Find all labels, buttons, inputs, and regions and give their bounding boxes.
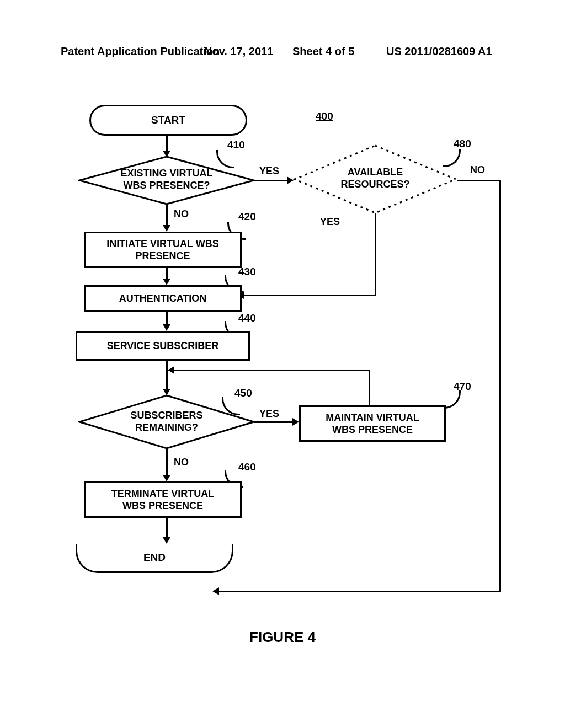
ref-480: 480: [454, 138, 471, 150]
process-420-label: INITIATE VIRTUAL WBS PRESENCE: [106, 238, 218, 263]
header-sheet: Sheet 4 of 5: [292, 45, 354, 58]
connector: [254, 180, 288, 181]
process-460-label: TERMINATE VIRTUAL WBS PRESENCE: [111, 488, 215, 512]
connector: [166, 448, 168, 476]
connector: [166, 310, 168, 325]
leader-curve: [443, 149, 461, 167]
flowchart: START 400 410 EXISTING VIRTUAL WBS PRESE…: [62, 99, 510, 651]
page: Patent Application Publication Nov. 17, …: [0, 0, 565, 728]
process-420: INITIATE VIRTUAL WBS PRESENCE: [84, 232, 242, 268]
terminator-start-label: START: [151, 114, 185, 126]
arrowhead-left-icon: [168, 366, 174, 374]
arrowhead-right-icon: [292, 418, 299, 426]
decision-450-label: SUBSCRIBERS REMAINING?: [117, 410, 216, 433]
terminator-end: END: [76, 544, 233, 573]
branch-yes: YES: [259, 408, 279, 420]
connector: [166, 359, 168, 390]
branch-no: NO: [470, 164, 485, 176]
figure-caption: FIGURE 4: [0, 629, 565, 646]
connector: [254, 421, 294, 423]
connector: [166, 516, 168, 538]
process-440-label: SERVICE SUBSCRIBER: [107, 340, 219, 352]
connector: [457, 180, 501, 181]
connector: [166, 204, 168, 226]
arrowhead-down-icon: [163, 225, 170, 232]
ref-420: 420: [238, 211, 256, 223]
process-430: AUTHENTICATION: [84, 285, 242, 312]
decision-410: EXISTING VIRTUAL WBS PRESENCE?: [78, 156, 255, 205]
arrowhead-down-icon: [163, 537, 170, 544]
header-left: Patent Application Publication: [61, 45, 220, 58]
branch-yes: YES: [320, 216, 340, 228]
branch-no: NO: [174, 208, 189, 220]
terminator-start: START: [89, 105, 247, 136]
decision-410-label: EXISTING VIRTUAL WBS PRESENCE?: [111, 168, 222, 191]
process-460: TERMINATE VIRTUAL WBS PRESENCE: [84, 481, 242, 518]
connector: [166, 266, 168, 280]
process-470: MAINTAIN VIRTUAL WBS PRESENCE: [299, 405, 446, 442]
terminator-end-label: END: [143, 552, 166, 564]
ref-400: 400: [316, 110, 333, 122]
connector: [499, 180, 501, 592]
arrowhead-left-icon: [212, 587, 219, 595]
process-470-label: MAINTAIN VIRTUAL WBS PRESENCE: [326, 411, 419, 436]
process-440: SERVICE SUBSCRIBER: [76, 331, 250, 361]
arrowhead-down-icon: [163, 475, 170, 481]
decision-450: SUBSCRIBERS REMAINING?: [78, 394, 255, 449]
ref-410: 410: [227, 139, 245, 151]
connector: [369, 370, 370, 405]
connector: [168, 370, 370, 371]
arrowhead-down-icon: [163, 279, 170, 285]
decision-480: AVAILABLE RESOURCES?: [292, 143, 458, 215]
header-pubno: US 2011/0281609 A1: [386, 45, 492, 58]
connector: [375, 213, 376, 296]
branch-yes: YES: [259, 165, 279, 177]
connector: [219, 591, 501, 592]
branch-no: NO: [174, 457, 189, 468]
process-430-label: AUTHENTICATION: [119, 292, 207, 305]
header-date: Nov. 17, 2011: [204, 45, 273, 58]
arrowhead-down-icon: [163, 324, 170, 331]
connector: [244, 295, 376, 296]
decision-480-label: AVAILABLE RESOURCES?: [337, 167, 414, 190]
connector: [166, 134, 168, 152]
